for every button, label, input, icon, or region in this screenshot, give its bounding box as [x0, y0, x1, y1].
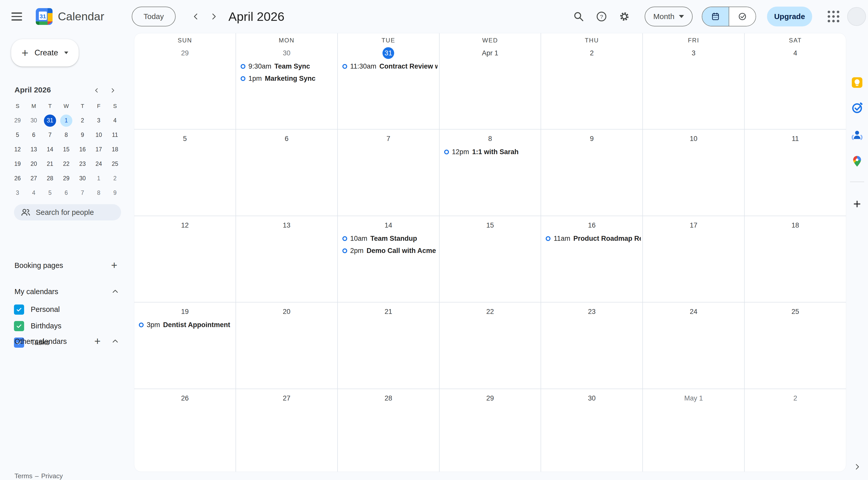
event-chip[interactable]: 12pm1:1 with Sarah: [440, 146, 541, 158]
day-cell[interactable]: 2: [745, 389, 846, 472]
upgrade-button[interactable]: Upgrade: [767, 7, 812, 26]
main-menu-button[interactable]: [8, 7, 26, 26]
event-chip[interactable]: 2pmDemo Call with Acme Co: [338, 245, 439, 257]
day-cell[interactable]: 10: [643, 129, 745, 216]
day-cell[interactable]: 17: [643, 216, 745, 302]
mini-day[interactable]: 19: [9, 157, 26, 171]
mini-day[interactable]: 3: [91, 113, 107, 128]
day-cell[interactable]: MON309:30amTeam Sync1pmMarketing Sync: [236, 33, 338, 129]
terms-link[interactable]: Terms: [14, 472, 32, 480]
mini-day[interactable]: 1: [91, 171, 107, 186]
mini-day[interactable]: 16: [74, 142, 91, 157]
day-cell[interactable]: 1410amTeam Standup2pmDemo Call with Acme…: [338, 216, 440, 302]
event-chip[interactable]: 1pmMarketing Sync: [236, 72, 337, 85]
mini-day[interactable]: 12: [9, 142, 26, 157]
previous-month-button[interactable]: [187, 7, 205, 26]
create-button[interactable]: + Create: [11, 39, 79, 66]
mini-day[interactable]: 30: [74, 171, 91, 186]
search-people-input[interactable]: Search for people: [14, 204, 121, 220]
mini-day[interactable]: 9: [107, 186, 123, 200]
day-cell[interactable]: 29: [440, 389, 541, 472]
day-cell[interactable]: WEDApr 1: [440, 33, 541, 129]
mini-day[interactable]: 9: [74, 128, 91, 142]
mini-day[interactable]: 4: [26, 186, 42, 200]
day-cell[interactable]: SUN29: [134, 33, 236, 129]
contacts-button[interactable]: [850, 127, 864, 142]
get-add-ons-button[interactable]: +: [850, 197, 864, 211]
day-cell[interactable]: 26: [134, 389, 236, 472]
mini-day[interactable]: 1: [58, 113, 74, 128]
day-cell[interactable]: TUE3111:30amContract Review with: [338, 33, 440, 129]
day-cell[interactable]: 21: [338, 302, 440, 389]
mini-day[interactable]: 2: [107, 171, 123, 186]
mini-calendar-prev-button[interactable]: [90, 84, 103, 97]
mini-day[interactable]: 15: [58, 142, 74, 157]
help-button[interactable]: ?: [592, 7, 611, 26]
mini-day[interactable]: 10: [91, 128, 107, 142]
account-avatar[interactable]: [847, 7, 866, 26]
event-chip[interactable]: 10amTeam Standup: [338, 232, 439, 245]
day-cell[interactable]: 25: [745, 302, 846, 389]
mini-day[interactable]: 7: [42, 128, 58, 142]
mini-day[interactable]: 17: [91, 142, 107, 157]
tasks-view-toggle[interactable]: [728, 7, 755, 26]
day-cell[interactable]: FRI3: [643, 33, 745, 129]
day-cell[interactable]: 6: [236, 129, 338, 216]
day-cell[interactable]: 22: [440, 302, 541, 389]
calendar-view-toggle[interactable]: [702, 7, 728, 26]
collapse-other-calendars-button[interactable]: [108, 334, 122, 349]
mini-day[interactable]: 8: [58, 128, 74, 142]
day-cell[interactable]: May 1: [643, 389, 745, 472]
google-apps-button[interactable]: [824, 7, 843, 26]
mini-day[interactable]: 20: [26, 157, 42, 171]
mini-day[interactable]: 6: [58, 186, 74, 200]
settings-button[interactable]: [615, 7, 633, 26]
mini-day[interactable]: 22: [58, 157, 74, 171]
mini-day[interactable]: 23: [74, 157, 91, 171]
day-cell[interactable]: 812pm1:1 with Sarah: [440, 129, 541, 216]
mini-day[interactable]: 25: [107, 157, 123, 171]
mini-day[interactable]: 24: [91, 157, 107, 171]
next-month-button[interactable]: [205, 7, 223, 26]
day-cell[interactable]: 23: [541, 302, 643, 389]
maps-button[interactable]: [850, 154, 864, 169]
hide-side-panel-button[interactable]: [850, 460, 864, 474]
today-button[interactable]: Today: [132, 7, 176, 26]
day-cell[interactable]: 28: [338, 389, 440, 472]
event-chip[interactable]: 11:30amContract Review with: [338, 60, 439, 72]
day-cell[interactable]: 20: [236, 302, 338, 389]
checkbox-checked-icon[interactable]: [14, 304, 24, 315]
event-chip[interactable]: 9:30amTeam Sync: [236, 60, 337, 72]
mini-day[interactable]: 4: [107, 113, 123, 128]
mini-day[interactable]: 6: [26, 128, 42, 142]
mini-day[interactable]: 27: [26, 171, 42, 186]
mini-day[interactable]: 11: [107, 128, 123, 142]
privacy-link[interactable]: Privacy: [41, 472, 63, 480]
day-cell[interactable]: 1611amProduct Roadmap Revie: [541, 216, 643, 302]
tasks-button[interactable]: [850, 101, 864, 115]
day-cell[interactable]: 30: [541, 389, 643, 472]
view-selector-dropdown[interactable]: Month: [645, 7, 693, 26]
day-cell[interactable]: 9: [541, 129, 643, 216]
mini-day[interactable]: 28: [42, 171, 58, 186]
day-cell[interactable]: 7: [338, 129, 440, 216]
mini-day[interactable]: 26: [9, 171, 26, 186]
event-chip[interactable]: 3pmDentist Appointment: [134, 319, 236, 331]
mini-day[interactable]: 13: [26, 142, 42, 157]
mini-day[interactable]: 21: [42, 157, 58, 171]
collapse-my-calendars-button[interactable]: [108, 284, 122, 299]
day-cell[interactable]: 27: [236, 389, 338, 472]
day-cell[interactable]: 5: [134, 129, 236, 216]
day-cell[interactable]: 12: [134, 216, 236, 302]
keep-button[interactable]: [850, 76, 864, 90]
checkbox-checked-icon[interactable]: [14, 321, 24, 331]
mini-day[interactable]: 5: [42, 186, 58, 200]
mini-day[interactable]: 3: [9, 186, 26, 200]
mini-day[interactable]: 7: [74, 186, 91, 200]
add-booking-page-button[interactable]: +: [107, 258, 121, 272]
day-cell[interactable]: 13: [236, 216, 338, 302]
day-cell[interactable]: SAT4: [745, 33, 846, 129]
add-other-calendar-button[interactable]: +: [90, 334, 104, 349]
mini-day[interactable]: 14: [42, 142, 58, 157]
day-cell[interactable]: 193pmDentist Appointment: [134, 302, 236, 389]
